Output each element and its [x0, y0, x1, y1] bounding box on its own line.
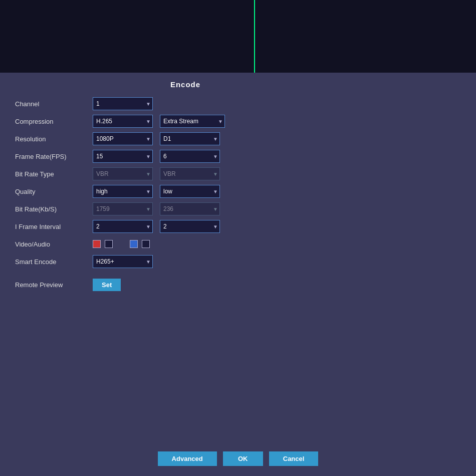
bit-rate-type-label: Bit Rate Type: [15, 170, 93, 178]
video-checkbox1[interactable]: [93, 240, 101, 248]
resolution-select1[interactable]: 1080P720PD1CIF: [93, 132, 153, 145]
cancel-button[interactable]: Cancel: [269, 451, 319, 466]
frame-rate-select1-wrapper: 15121086 ▼: [93, 150, 153, 163]
bit-rate-kbs-row: Bit Rate(Kb/S) 175920481024512 ▼ 2365122…: [15, 201, 356, 217]
frame-rate-select2[interactable]: 65432: [160, 150, 220, 163]
channel-label: Channel: [15, 100, 93, 108]
bottom-buttons: Advanced OK Cancel: [0, 451, 476, 466]
smart-encode-label: Smart Encode: [15, 258, 93, 266]
audio-checkbox2[interactable]: [142, 240, 150, 248]
smart-encode-row: Smart Encode H265+H265H264+H264 ▼: [15, 254, 356, 270]
channel-select[interactable]: 1234: [93, 97, 153, 110]
i-frame-interval-select1[interactable]: 248: [93, 220, 153, 233]
bit-rate-type-select2-wrapper: VBRCBR ▼: [160, 167, 220, 180]
set-button[interactable]: Set: [93, 279, 121, 291]
compression-select1[interactable]: H.265H.264H.264HH.264B: [93, 115, 153, 128]
video-checkbox2[interactable]: [130, 240, 138, 248]
i-frame-interval-row: I Frame Interval 248 ▼ 248 ▼: [15, 218, 356, 234]
dialog-title: Encode: [15, 80, 356, 89]
quality-select2-wrapper: lowmediumhigh ▼: [160, 185, 220, 198]
i-frame-interval-select2[interactable]: 248: [160, 220, 220, 233]
quality-select1-wrapper: highmediumlow ▼: [93, 185, 153, 198]
frame-rate-select2-wrapper: 65432 ▼: [160, 150, 220, 163]
compression-select2[interactable]: Extra StreamMain Stream: [160, 115, 225, 128]
frame-rate-select1[interactable]: 15121086: [93, 150, 153, 163]
remote-preview-label: Remote Preview: [15, 281, 93, 289]
ok-button[interactable]: OK: [223, 451, 263, 466]
resolution-select2-wrapper: D1CIFQCIF ▼: [160, 132, 220, 145]
bit-rate-kbs-select2-wrapper: 236512256128 ▼: [160, 202, 220, 215]
i-frame-interval-select1-wrapper: 248 ▼: [93, 220, 153, 233]
remote-preview-row: Remote Preview Set: [15, 279, 356, 291]
resolution-row: Resolution 1080P720PD1CIF ▼ D1CIFQCIF ▼: [15, 131, 356, 147]
audio-checkbox1[interactable]: [105, 240, 113, 248]
frame-rate-label: Frame Rate(FPS): [15, 153, 93, 160]
frame-rate-row: Frame Rate(FPS) 15121086 ▼ 65432 ▼: [15, 148, 356, 164]
bit-rate-kbs-select1-wrapper: 175920481024512 ▼: [93, 202, 153, 215]
quality-row: Quality highmediumlow ▼ lowmediumhigh ▼: [15, 183, 356, 199]
dialog-area: Encode Channel 1234 ▼ Compression H.265H…: [0, 73, 476, 476]
smart-encode-select-wrapper: H265+H265H264+H264 ▼: [93, 255, 153, 268]
bit-rate-type-select1[interactable]: VBRCBR: [93, 167, 153, 180]
bit-rate-kbs-label: Bit Rate(Kb/S): [15, 205, 93, 213]
bit-rate-kbs-select1[interactable]: 175920481024512: [93, 202, 153, 215]
bit-rate-kbs-select2[interactable]: 236512256128: [160, 202, 220, 215]
quality-select2[interactable]: lowmediumhigh: [160, 185, 220, 198]
video-audio-checkboxes: [93, 240, 150, 248]
compression-select2-wrapper: Extra StreamMain Stream ▼: [160, 115, 225, 128]
advanced-button[interactable]: Advanced: [158, 451, 217, 466]
channel-row: Channel 1234 ▼: [15, 96, 356, 112]
channel-select-wrapper: 1234 ▼: [93, 97, 153, 110]
video-audio-row: Video/Audio: [15, 236, 356, 252]
green-line-indicator: [254, 0, 255, 73]
bit-rate-type-select1-wrapper: VBRCBR ▼: [93, 167, 153, 180]
smart-encode-select[interactable]: H265+H265H264+H264: [93, 255, 153, 268]
i-frame-interval-select2-wrapper: 248 ▼: [160, 220, 220, 233]
bit-rate-type-select2[interactable]: VBRCBR: [160, 167, 220, 180]
compression-label: Compression: [15, 118, 93, 125]
quality-select1[interactable]: highmediumlow: [93, 185, 153, 198]
compression-select1-wrapper: H.265H.264H.264HH.264B ▼: [93, 115, 153, 128]
i-frame-interval-label: I Frame Interval: [15, 223, 93, 230]
bit-rate-type-row: Bit Rate Type VBRCBR ▼ VBRCBR ▼: [15, 166, 356, 182]
encode-dialog: Encode Channel 1234 ▼ Compression H.265H…: [5, 75, 366, 301]
resolution-select2[interactable]: D1CIFQCIF: [160, 132, 220, 145]
quality-label: Quality: [15, 188, 93, 195]
top-bar: [0, 0, 476, 73]
resolution-label: Resolution: [15, 135, 93, 143]
compression-row: Compression H.265H.264H.264HH.264B ▼ Ext…: [15, 113, 356, 129]
resolution-select1-wrapper: 1080P720PD1CIF ▼: [93, 132, 153, 145]
video-audio-label: Video/Audio: [15, 241, 93, 248]
